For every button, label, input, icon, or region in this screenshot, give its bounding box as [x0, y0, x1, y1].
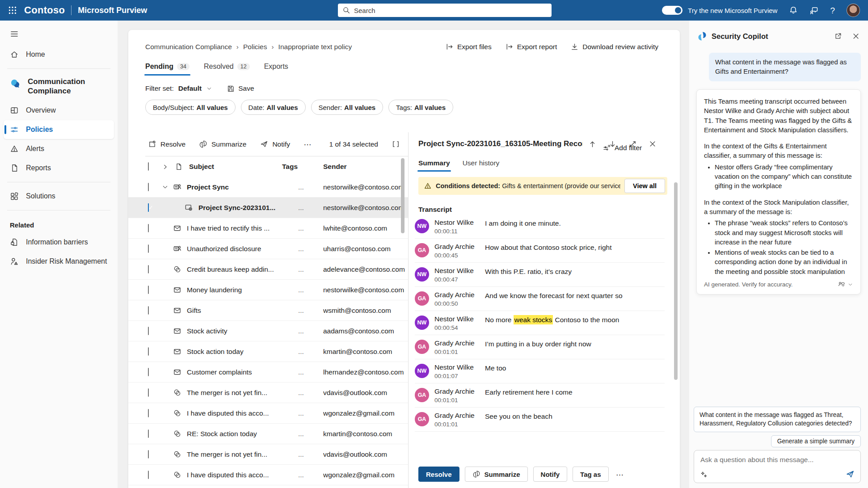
chevron-right-icon[interactable] [157, 164, 173, 170]
expand-icon[interactable] [628, 140, 637, 148]
table-row[interactable]: I have tried to rectify this ... ... lwh… [128, 218, 408, 239]
summarize-button[interactable]: Summarize [465, 467, 528, 482]
sidebar-item-overview[interactable]: Overview [4, 101, 114, 120]
feedback-icon[interactable] [838, 281, 845, 288]
transcript-message[interactable]: NW Nestor Wilke 00:00:47 With this P.E. … [415, 263, 665, 287]
export-report-button[interactable]: Export report [505, 42, 557, 51]
notify-toolbar-button[interactable]: Notify [260, 140, 290, 148]
close-icon[interactable] [649, 140, 657, 148]
breadcrumb-policies[interactable]: Policies [243, 43, 267, 51]
notifications-icon[interactable] [789, 6, 798, 15]
previous-item-icon[interactable] [588, 140, 597, 148]
tag-as-button[interactable]: Tag as [573, 467, 608, 482]
table-row[interactable]: Customer complaints ... lhernandez@conto… [128, 362, 408, 383]
sidebar-item-information-barriers[interactable]: Information barriers [4, 233, 114, 252]
notify-button[interactable]: Notify [533, 467, 568, 482]
more-options-icon[interactable]: … [614, 468, 626, 480]
table-row[interactable]: Money laundering ... nestorwilke@contoso… [128, 280, 408, 300]
next-item-icon[interactable] [608, 140, 617, 148]
send-icon[interactable] [846, 470, 855, 479]
transcript-message[interactable]: NW Nestor Wilke 00:01:07 Me too [415, 359, 665, 383]
sidebar-item-home[interactable]: Home [4, 45, 114, 64]
open-in-new-window-icon[interactable] [834, 32, 842, 40]
table-row[interactable]: Unauthorized disclosure ... uharris@cont… [128, 239, 408, 259]
table-row[interactable]: RE: Stock action today ... kmartin@conto… [128, 424, 408, 444]
row-checkbox[interactable] [148, 327, 149, 335]
table-row[interactable]: The merger is not yet fin... ... vdavis@… [128, 444, 408, 465]
column-header-sender[interactable]: Sender [323, 163, 408, 171]
row-checkbox[interactable] [148, 409, 149, 417]
row-checkbox[interactable] [148, 265, 149, 273]
sidebar-section-communication-compliance[interactable]: Communication Compliance [0, 73, 118, 101]
row-checkbox[interactable] [148, 388, 149, 397]
tab-resolved[interactable]: Resolved 12 [204, 63, 250, 76]
transcript-message[interactable]: GA Grady Archie 00:01:01 See you on the … [415, 408, 665, 432]
transcript-message[interactable]: NW Nestor Wilke 00:00:11 I am doing it o… [415, 215, 665, 239]
row-checkbox[interactable] [148, 368, 149, 376]
sidebar-item-reports[interactable]: Reports [4, 159, 114, 177]
select-all-checkbox[interactable] [148, 162, 149, 171]
chevron-down-icon[interactable] [162, 184, 169, 190]
copilot-question-input[interactable] [700, 456, 854, 464]
transcript-message[interactable]: GA Grady Archie 00:01:01 I’m putting in … [415, 335, 665, 359]
download-review-activity-button[interactable]: Download review activity [570, 42, 658, 51]
table-row[interactable]: Project Sync ... nestorwilke@contoso.com [128, 177, 408, 198]
view-all-button[interactable]: View all [624, 179, 665, 193]
filter-chip[interactable]: Tags: All values [388, 100, 453, 115]
chevron-down-icon[interactable] [847, 282, 853, 287]
row-checkbox[interactable] [148, 244, 149, 253]
sidebar-item-solutions[interactable]: Solutions [4, 187, 114, 206]
table-row[interactable]: Credit bureaus keep addin... ... adeleva… [128, 259, 408, 280]
app-launcher-icon[interactable] [8, 6, 17, 15]
filter-chip[interactable]: Body/Subject: All values [145, 100, 236, 115]
sidebar-item-policies[interactable]: Policies [4, 120, 114, 139]
resolve-button[interactable]: Resolve [418, 467, 459, 482]
table-row[interactable]: Stock activity ... aadams@contoso.com [128, 321, 408, 341]
row-checkbox[interactable] [148, 429, 149, 438]
filter-chip[interactable]: Date: All values [241, 100, 306, 115]
close-icon[interactable] [852, 32, 860, 40]
suggested-prompt[interactable]: What content in the message was flagged … [694, 407, 861, 432]
sidebar-item-alerts[interactable]: Alerts [4, 139, 114, 158]
tab-summary[interactable]: Summary [418, 159, 450, 172]
feedback-icon[interactable] [809, 6, 818, 15]
column-header-tags[interactable]: Tags [282, 163, 323, 171]
table-row[interactable]: I have disputed this acco... ... wgonzal… [128, 465, 408, 485]
row-checkbox[interactable] [148, 471, 149, 479]
resolve-toolbar-button[interactable]: Resolve [148, 140, 185, 148]
table-row[interactable]: I have disputed this acco... ... wgonzal… [128, 403, 408, 424]
prompts-sparkle-icon[interactable] [700, 471, 708, 479]
row-checkbox[interactable] [148, 286, 149, 294]
new-purview-toggle[interactable] [662, 6, 683, 15]
detail-scrollbar[interactable] [674, 182, 678, 380]
transcript-message[interactable]: GA Grady Archie 00:00:45 How about that … [415, 239, 665, 263]
table-row[interactable]: Gifts ... wsmith@contoso.com [128, 300, 408, 321]
tab-exports[interactable]: Exports [264, 63, 288, 76]
filter-chip[interactable]: Sender: All values [311, 100, 383, 115]
more-options-icon[interactable]: … [303, 138, 312, 150]
tab-pending[interactable]: Pending 34 [145, 63, 190, 76]
user-avatar[interactable] [847, 4, 860, 17]
export-files-button[interactable]: Export files [445, 42, 492, 51]
filter-set-value[interactable]: Default [178, 84, 202, 93]
save-filter-button[interactable]: Save [227, 84, 254, 93]
chevron-down-icon[interactable] [206, 85, 212, 92]
table-row[interactable]: The merger is not yet fin... ... vdavis@… [128, 383, 408, 403]
row-checkbox[interactable] [148, 306, 149, 315]
breadcrumb-communication-compliance[interactable]: Communication Compliance [145, 43, 232, 51]
help-icon[interactable]: ? [830, 6, 835, 15]
tab-user-history[interactable]: User history [463, 159, 500, 172]
suggested-prompt-summary[interactable]: Generate a simple summary [771, 435, 861, 447]
row-checkbox[interactable] [148, 203, 149, 212]
table-row[interactable]: Project Sync-2023101... ... nestorwilke@… [128, 198, 408, 218]
transcript-message[interactable]: GA Grady Archie 00:01:01 Early retiremen… [415, 383, 665, 408]
nav-collapse-icon[interactable] [0, 26, 118, 45]
table-row[interactable]: Stock action today ... kmartin@contoso.c… [128, 341, 408, 362]
row-checkbox[interactable] [148, 183, 149, 191]
row-checkbox[interactable] [148, 224, 149, 232]
global-search[interactable] [338, 4, 552, 17]
transcript-message[interactable]: GA Grady Archie 00:00:50 And we know the… [415, 287, 665, 311]
transcript-message[interactable]: NW Nestor Wilke 00:00:54 No more weak st… [415, 311, 665, 335]
sidebar-item-insider-risk-management[interactable]: Insider Risk Management [4, 252, 114, 271]
summarize-toolbar-button[interactable]: Summarize [199, 140, 246, 148]
